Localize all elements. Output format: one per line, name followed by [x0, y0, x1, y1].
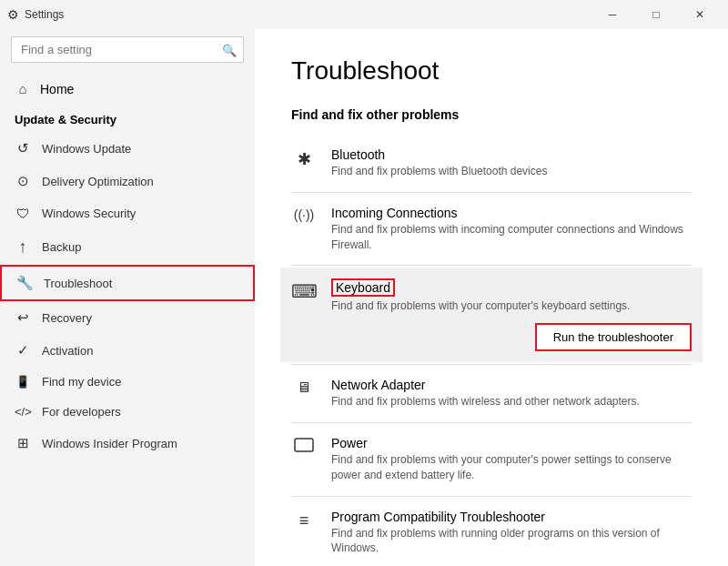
item-desc: Find and fix problems with your computer…	[331, 452, 692, 483]
home-icon: ⌂	[15, 81, 31, 96]
sidebar-item-windows-insider[interactable]: ⊞ Windows Insider Program	[0, 427, 255, 460]
program-compat-icon: ≡	[291, 511, 317, 531]
incoming-connections-icon: ((·))	[291, 207, 317, 222]
find-my-device-icon: 📱	[15, 375, 31, 389]
sidebar-item-recovery[interactable]: ↩ Recovery	[0, 301, 255, 334]
divider	[291, 364, 692, 365]
title-bar: ⚙ Settings ─ □ ✕	[0, 0, 728, 29]
sidebar-item-delivery-optimization[interactable]: ⊙ Delivery Optimization	[0, 165, 255, 197]
item-text-bluetooth: Bluetooth Find and fix problems with Blu…	[331, 147, 692, 179]
sidebar-item-label: Delivery Optimization	[42, 175, 154, 188]
sidebar-item-find-my-device[interactable]: 📱 Find my device	[0, 367, 255, 397]
page-title: Troubleshoot	[291, 56, 692, 86]
app-title: Settings	[25, 8, 64, 21]
search-icon: 🔍	[222, 43, 237, 56]
power-icon	[291, 438, 317, 452]
sidebar-item-label: Windows Security	[42, 207, 136, 220]
windows-security-icon: 🛡	[15, 206, 31, 221]
windows-insider-icon: ⊞	[15, 435, 31, 451]
item-text-keyboard: Keyboard Find and fix problems with your…	[331, 278, 692, 351]
app-content: 🔍 ⌂ Home Update & Security ↺ Windows Upd…	[0, 29, 728, 566]
troubleshoot-icon: 🔧	[16, 275, 33, 291]
item-name: Network Adapter	[331, 378, 692, 392]
sidebar-section-title: Update & Security	[0, 104, 255, 132]
recovery-icon: ↩	[15, 309, 31, 326]
item-name-keyboard: Keyboard	[331, 278, 692, 297]
activation-icon: ✓	[15, 342, 31, 359]
list-item: Power Find and fix problems with your co…	[291, 425, 692, 494]
title-bar-left: ⚙ Settings	[7, 7, 64, 22]
item-desc-keyboard: Find and fix problems with your computer…	[331, 298, 692, 314]
minimize-button[interactable]: ─	[592, 0, 633, 29]
item-text-network: Network Adapter Find and fix problems wi…	[331, 378, 692, 409]
search-input[interactable]	[11, 36, 244, 63]
keyboard-icon: ⌨	[291, 280, 317, 302]
sidebar-item-windows-security[interactable]: 🛡 Windows Security	[0, 197, 255, 229]
item-desc: Find and fix problems with Bluetooth dev…	[331, 164, 692, 179]
sidebar-item-windows-update[interactable]: ↺ Windows Update	[0, 132, 255, 165]
sidebar-item-troubleshoot[interactable]: 🔧 Troubleshoot	[0, 265, 255, 301]
item-name: Power	[331, 436, 692, 450]
sidebar-item-label: For developers	[42, 405, 121, 419]
sidebar-item-label: Backup	[42, 240, 81, 254]
network-adapter-icon: 🖥	[291, 379, 317, 396]
sidebar: 🔍 ⌂ Home Update & Security ↺ Windows Upd…	[0, 29, 255, 566]
list-item: ✱ Bluetooth Find and fix problems with B…	[291, 136, 692, 190]
item-name: Incoming Connections	[331, 206, 692, 220]
windows-update-icon: ↺	[15, 140, 31, 157]
item-name: Program Compatibility Troubleshooter	[331, 510, 692, 524]
close-button[interactable]: ✕	[679, 0, 721, 29]
maximize-button[interactable]: □	[635, 0, 677, 29]
sidebar-item-label: Activation	[42, 344, 93, 358]
item-desc: Find and fix problems with running older…	[331, 526, 692, 557]
sidebar-item-label: Troubleshoot	[44, 277, 112, 290]
run-btn-row: Run the troubleshooter	[331, 323, 692, 351]
item-text-incoming: Incoming Connections Find and fix proble…	[331, 206, 692, 253]
for-developers-icon: </>	[15, 405, 31, 419]
delivery-optimization-icon: ⊙	[15, 173, 31, 189]
sidebar-item-label: Windows Update	[42, 142, 131, 156]
sidebar-item-activation[interactable]: ✓ Activation	[0, 334, 255, 367]
bluetooth-icon: ✱	[291, 149, 317, 169]
divider	[291, 265, 692, 266]
section-title: Find and fix other problems	[291, 107, 692, 122]
divider	[291, 192, 692, 193]
list-item: 🖥 Network Adapter Find and fix problems …	[291, 367, 692, 420]
sidebar-item-home[interactable]: ⌂ Home	[0, 74, 255, 104]
list-item-keyboard[interactable]: ⌨ Keyboard Find and fix problems with yo…	[280, 268, 703, 362]
sidebar-item-for-developers[interactable]: </> For developers	[0, 397, 255, 427]
sidebar-item-backup[interactable]: ↑ Backup	[0, 229, 255, 265]
title-bar-controls: ─ □ ✕	[592, 0, 721, 29]
home-label: Home	[40, 82, 74, 96]
item-text-power: Power Find and fix problems with your co…	[331, 436, 692, 483]
search-container: 🔍	[11, 36, 244, 63]
divider	[291, 496, 692, 497]
item-text-program-compat: Program Compatibility Troubleshooter Fin…	[331, 510, 692, 557]
backup-icon: ↑	[15, 238, 31, 257]
item-desc: Find and fix problems with wireless and …	[331, 394, 692, 409]
sidebar-item-label: Find my device	[42, 375, 121, 389]
list-item: ≡ Program Compatibility Troubleshooter F…	[291, 499, 692, 566]
svg-rect-0	[295, 439, 313, 451]
keyboard-label-highlighted: Keyboard	[331, 278, 395, 297]
list-item: ((·)) Incoming Connections Find and fix …	[291, 195, 692, 264]
run-troubleshooter-button[interactable]: Run the troubleshooter	[535, 323, 692, 351]
item-name: Bluetooth	[331, 147, 692, 162]
app-icon: ⚙	[7, 7, 19, 22]
item-desc: Find and fix problems with incoming comp…	[331, 222, 692, 253]
sidebar-item-label: Recovery	[42, 311, 92, 325]
main-content: Troubleshoot Find and fix other problems…	[255, 29, 728, 566]
divider	[291, 422, 692, 423]
sidebar-item-label: Windows Insider Program	[42, 437, 177, 450]
